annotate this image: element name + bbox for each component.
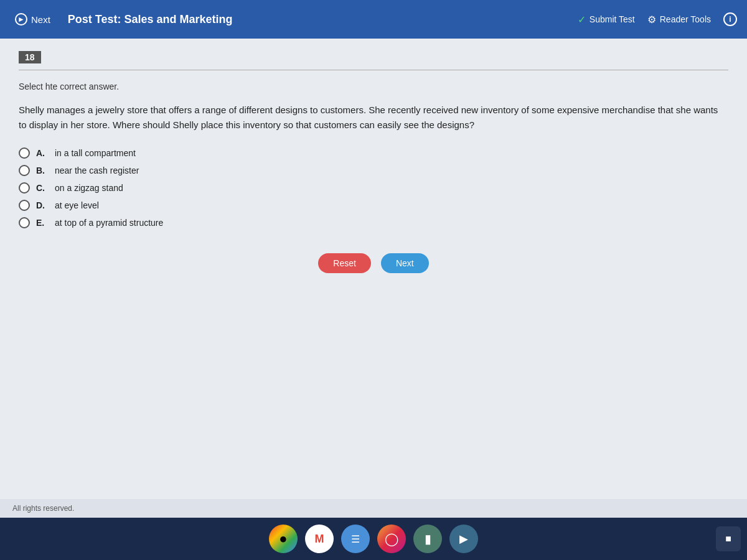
top-bar-left: ► Next Post Test: Sales and Marketing	[10, 11, 233, 28]
footer: All rights reserved.	[0, 499, 747, 518]
question-container: 18 Select hte correct answer. Shelly man…	[0, 39, 747, 499]
option-a-text: in a tall compartment	[55, 148, 136, 158]
top-bar-right: ✓ Submit Test ⚙ Reader Tools i	[578, 12, 737, 26]
next-circle-icon: ►	[15, 13, 27, 26]
page-title: Post Test: Sales and Marketing	[68, 13, 233, 26]
instagram-icon[interactable]: ◯	[377, 525, 406, 553]
radio-b[interactable]	[19, 165, 30, 176]
check-icon: ✓	[578, 14, 586, 26]
option-d-text: at eye level	[55, 200, 99, 210]
radio-c[interactable]	[19, 182, 30, 194]
question-number-bar: 18	[19, 51, 728, 70]
next-button[interactable]: ► Next	[10, 11, 55, 28]
buttons-row: Reset Next	[19, 253, 728, 273]
taskbar-right: ■	[716, 526, 741, 551]
next-label: Next	[31, 14, 50, 25]
reader-tools-button[interactable]: ⚙ Reader Tools	[647, 14, 711, 26]
option-c-text: on a zigzag stand	[55, 183, 123, 193]
gmail-icon[interactable]: M	[305, 525, 334, 553]
option-d-letter: D.	[36, 200, 49, 210]
top-navigation-bar: ► Next Post Test: Sales and Marketing ✓ …	[0, 0, 747, 39]
reader-tools-label: Reader Tools	[660, 14, 711, 24]
option-b-letter: B.	[36, 166, 49, 175]
options-list: A. in a tall compartment B. near the cas…	[19, 147, 728, 228]
option-b-text: near the cash register	[55, 166, 139, 175]
submit-test-button[interactable]: ✓ Submit Test	[578, 14, 635, 26]
option-a[interactable]: A. in a tall compartment	[19, 147, 728, 159]
docs-icon[interactable]: ☰	[341, 525, 370, 553]
option-e[interactable]: E. at top of a pyramid structure	[19, 217, 728, 228]
photos-icon[interactable]: ▮	[413, 525, 442, 553]
main-content: 18 Select hte correct answer. Shelly man…	[0, 39, 747, 518]
question-number: 18	[19, 51, 41, 63]
radio-e[interactable]	[19, 217, 30, 228]
drive-icon[interactable]: ▶	[449, 525, 478, 553]
chrome-icon[interactable]: ●	[269, 525, 298, 553]
instruction-text: Select hte correct answer.	[19, 82, 728, 91]
option-b[interactable]: B. near the cash register	[19, 165, 728, 176]
reset-button[interactable]: Reset	[318, 253, 371, 273]
radio-a[interactable]	[19, 147, 30, 159]
info-icon[interactable]: i	[723, 12, 737, 26]
next-question-button[interactable]: Next	[381, 253, 429, 273]
submit-test-label: Submit Test	[590, 14, 635, 24]
option-c-letter: C.	[36, 183, 49, 193]
taskbar: ● M ☰ ◯ ▮ ▶ ■	[0, 518, 747, 560]
footer-text: All rights reserved.	[12, 504, 74, 513]
radio-d[interactable]	[19, 200, 30, 211]
option-e-text: at top of a pyramid structure	[55, 218, 163, 228]
question-text: Shelly manages a jewelry store that offe…	[19, 103, 728, 133]
option-a-letter: A.	[36, 148, 49, 158]
reader-icon: ⚙	[647, 14, 656, 26]
option-e-letter: E.	[36, 218, 49, 228]
option-d[interactable]: D. at eye level	[19, 200, 728, 211]
option-c[interactable]: C. on a zigzag stand	[19, 182, 728, 194]
taskbar-end-icon[interactable]: ■	[716, 526, 741, 551]
